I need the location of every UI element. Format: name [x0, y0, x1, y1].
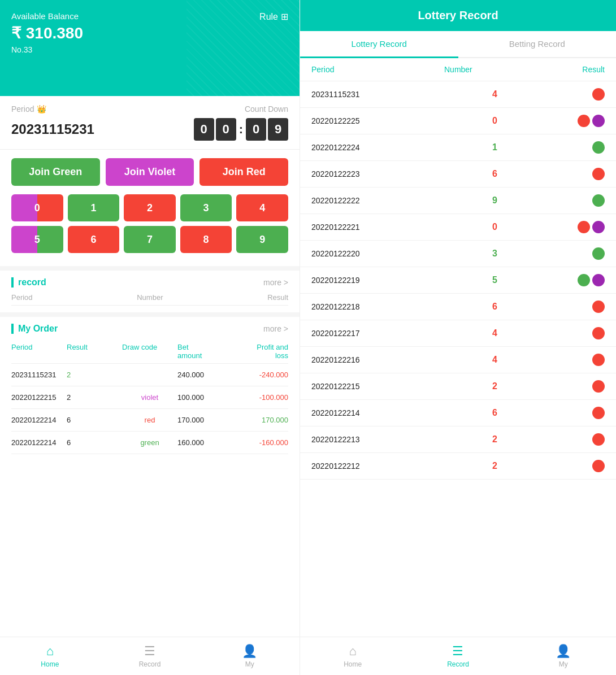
lottery-result	[531, 221, 605, 233]
lottery-result	[531, 247, 605, 260]
cd-digit-2: 0	[246, 118, 266, 141]
order-th-result: Result	[67, 343, 122, 360]
tab-betting-record[interactable]: Betting Record	[458, 31, 617, 57]
join-red-button[interactable]: Join Red	[199, 158, 288, 186]
cd-digit-1: 0	[216, 118, 236, 141]
number-button-7[interactable]: 7	[124, 226, 176, 253]
order-result: 2	[67, 371, 122, 379]
order-draw: green	[122, 438, 177, 447]
lottery-period: 20231115231	[311, 90, 458, 99]
number-button-8[interactable]: 8	[180, 226, 232, 253]
number-button-1[interactable]: 1	[68, 194, 120, 221]
red-dot	[592, 168, 605, 180]
record-th-period: Period	[11, 293, 33, 302]
right-record-icon: ☰	[452, 644, 463, 659]
left-nav-home[interactable]: ⌂ Home	[0, 642, 100, 670]
countdown-boxes: 0 0 : 0 9	[194, 118, 288, 141]
order-row: 20231115231 2 240.000 -240.000	[11, 364, 288, 386]
number-button-2[interactable]: 2	[124, 194, 176, 221]
number-button-6[interactable]: 6	[68, 226, 120, 253]
left-nav-record[interactable]: ☰ Record	[100, 642, 200, 670]
header-section: Rule ⊞ Available Balance ₹ 310.380 No.33	[0, 0, 300, 96]
right-nav-home[interactable]: ⌂ Home	[300, 642, 405, 670]
number-button-5[interactable]: 5	[11, 226, 63, 253]
order-row: 20220122215 2 violet 100.000 -100.000	[11, 386, 288, 409]
my-icon: 👤	[242, 644, 257, 659]
lottery-th-number: Number	[444, 65, 472, 74]
lottery-number: 4	[458, 328, 532, 338]
rule-button[interactable]: Rule ⊞	[259, 11, 288, 22]
lottery-row: 20220122222 9	[300, 188, 616, 214]
cd-colon: :	[238, 122, 244, 137]
purple-dot	[592, 274, 605, 286]
order-table-header: Period Result Draw code Betamount Profit…	[11, 339, 288, 364]
lottery-result	[531, 380, 605, 393]
green-dot	[592, 247, 605, 260]
right-my-label: My	[559, 660, 568, 668]
lottery-row: 20231115231 4	[300, 81, 616, 108]
lottery-period: 20220122225	[311, 116, 458, 125]
lottery-number: 1	[458, 142, 532, 153]
number-button-0[interactable]: 0	[11, 194, 63, 221]
lottery-row: 20220122214 6	[300, 400, 616, 426]
right-bottom-nav: ⌂ Home ☰ Record 👤 My	[300, 637, 616, 675]
lottery-number: 5	[458, 275, 532, 285]
lottery-period: 20220122213	[311, 435, 458, 444]
lottery-row: 20220122219 5	[300, 267, 616, 294]
number-button-9[interactable]: 9	[236, 226, 288, 253]
right-record-label: Record	[447, 660, 469, 668]
left-panel: Rule ⊞ Available Balance ₹ 310.380 No.33…	[0, 0, 300, 675]
right-nav-record[interactable]: ☰ Record	[405, 642, 510, 670]
join-green-button[interactable]: Join Green	[11, 158, 100, 186]
number-grid: 0 1 2 3 4 5 6 7 8 9	[0, 194, 300, 266]
lottery-result	[531, 194, 605, 207]
right-header: Lottery Record	[300, 0, 616, 31]
record-more-link[interactable]: more >	[263, 278, 288, 287]
countdown-label: Count Down	[245, 104, 288, 114]
order-profit: -160.000	[233, 438, 288, 447]
lottery-period: 20220122212	[311, 461, 458, 471]
lottery-row: 20220122224 1	[300, 134, 616, 161]
cd-digit-0: 0	[194, 118, 214, 141]
lottery-period: 20220122224	[311, 143, 458, 152]
green-dot	[578, 274, 590, 286]
lottery-period: 20220122222	[311, 196, 458, 205]
lottery-row: 20220122225 0	[300, 108, 616, 134]
my-order-title: My Order	[11, 324, 58, 334]
right-nav-my[interactable]: 👤 My	[511, 642, 616, 670]
lottery-row: 20220122223 6	[300, 161, 616, 188]
purple-dot	[592, 221, 605, 233]
lottery-result	[531, 88, 605, 101]
red-dot	[592, 327, 605, 339]
lottery-period: 20220122223	[311, 169, 458, 178]
lottery-result	[531, 141, 605, 154]
lottery-row: 20220122216 4	[300, 347, 616, 373]
lottery-number: 9	[458, 195, 532, 206]
lottery-result	[531, 168, 605, 180]
tab-lottery-record[interactable]: Lottery Record	[300, 31, 458, 58]
lottery-number: 6	[458, 169, 532, 179]
lottery-number: 6	[458, 302, 532, 312]
lottery-th-row: Period Number Result	[300, 58, 616, 81]
left-nav-my[interactable]: 👤 My	[199, 642, 300, 670]
order-bet: 240.000	[177, 371, 233, 379]
rule-icon: ⊞	[281, 11, 288, 22]
order-th-profit: Profit andloss	[233, 343, 288, 360]
number-row-1: 0 1 2 3 4	[11, 194, 288, 221]
number-button-3[interactable]: 3	[180, 194, 232, 221]
lottery-th-result: Result	[582, 65, 605, 74]
lottery-row: 20220122220 3	[300, 241, 616, 267]
lottery-period: 20220122221	[311, 223, 458, 232]
order-period: 20220122214	[11, 438, 67, 447]
lottery-period: 20220122215	[311, 382, 458, 391]
lottery-period: 20220122217	[311, 329, 458, 338]
right-my-icon: 👤	[556, 644, 571, 659]
number-button-4[interactable]: 4	[236, 194, 288, 221]
lottery-number: 4	[458, 355, 532, 365]
order-period: 20231115231	[11, 371, 67, 379]
order-result: 6	[67, 416, 122, 424]
order-bet: 170.000	[177, 416, 233, 424]
my-order-more-link[interactable]: more >	[263, 324, 288, 333]
green-dot	[592, 194, 605, 207]
join-violet-button[interactable]: Join Violet	[106, 158, 194, 186]
